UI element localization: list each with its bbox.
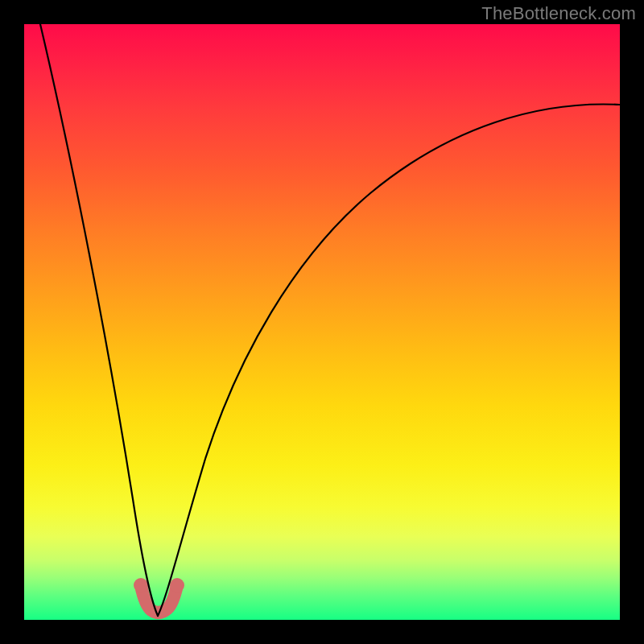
curve-left-branch (40, 24, 158, 616)
dip-cap-left (134, 578, 148, 592)
curve-right-branch (158, 104, 620, 616)
plot-area (24, 24, 620, 620)
bottleneck-curve (24, 24, 620, 620)
watermark-text: TheBottleneck.com (481, 3, 636, 24)
chart-frame: TheBottleneck.com (0, 0, 644, 644)
dip-cap-right (170, 578, 184, 592)
